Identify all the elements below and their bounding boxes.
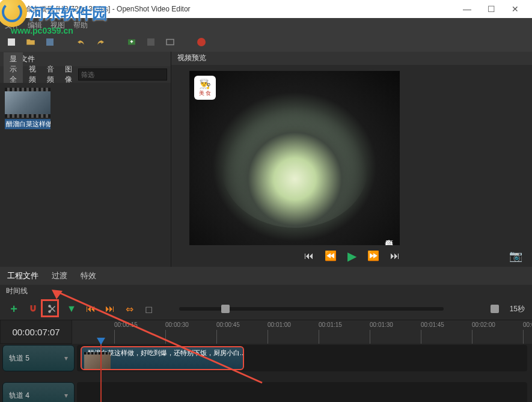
track-label-4[interactable]: 轨道 4 ▾ bbox=[2, 382, 75, 402]
svg-rect-1 bbox=[46, 38, 54, 46]
track-row: 轨道 4 ▾ bbox=[0, 381, 532, 402]
center-playhead-button[interactable]: ⇔ bbox=[123, 302, 136, 315]
bottom-tabs: 工程文件 过渡 特效 bbox=[0, 267, 532, 285]
timeline-clip[interactable]: 醋溜白菜这样做，好吃到爆，还特别下饭，厨房小白... bbox=[81, 346, 244, 370]
svg-point-5 bbox=[48, 310, 51, 313]
snap-button[interactable] bbox=[26, 302, 40, 315]
ruler-tick: 00:00:45 bbox=[216, 321, 240, 328]
ruler-tick: 00:01:00 bbox=[268, 321, 291, 328]
open-project-icon[interactable] bbox=[24, 35, 37, 49]
jump-start-button[interactable]: ⏮ bbox=[304, 251, 314, 261]
import-files-icon[interactable] bbox=[125, 35, 138, 49]
ruler-tick: 00:01:45 bbox=[421, 321, 444, 328]
track-content-4[interactable] bbox=[77, 382, 527, 402]
tab-effects[interactable]: 特效 bbox=[79, 268, 97, 284]
menu-bar: 文件 编辑 视图 帮助 bbox=[0, 18, 532, 32]
undo-icon[interactable] bbox=[75, 35, 88, 49]
video-preview-header: 视频预览 bbox=[171, 52, 532, 65]
next-marker-button[interactable]: ⏭ bbox=[103, 302, 117, 315]
export-icon[interactable] bbox=[195, 35, 208, 49]
timeline-label: 时间线 bbox=[0, 285, 532, 298]
save-project-icon[interactable] bbox=[43, 35, 57, 49]
window-titlebar: 未命名项目 [HD 720p 30 fps] - OpenShot Video … bbox=[0, 0, 532, 18]
jump-end-button[interactable]: ⏭ bbox=[390, 251, 400, 261]
tab-transitions[interactable]: 过渡 bbox=[50, 268, 69, 284]
ruler-tick: 00:00:30 bbox=[165, 321, 189, 328]
profile-icon[interactable] bbox=[144, 35, 157, 49]
menu-help[interactable]: 帮助 bbox=[73, 20, 88, 31]
track-row: 轨道 5 ▾ 醋溜白菜这样做，好吃到爆，还特别下饭，厨房小白... bbox=[0, 344, 532, 373]
ruler-tick: 00:02:00 bbox=[472, 321, 495, 328]
rewind-button[interactable]: ⏪ bbox=[325, 250, 337, 261]
track-menu-icon[interactable]: ▾ bbox=[64, 354, 68, 362]
svg-rect-0 bbox=[8, 38, 15, 46]
window-title: 未命名项目 [HD 720p 30 fps] - OpenShot Video … bbox=[18, 4, 191, 14]
forward-button[interactable]: ⏩ bbox=[367, 250, 379, 261]
add-track-button[interactable]: + bbox=[7, 302, 20, 315]
menu-file[interactable]: 文件 bbox=[5, 20, 19, 31]
fullscreen-icon[interactable] bbox=[164, 35, 177, 49]
playhead[interactable] bbox=[100, 344, 102, 402]
filter-row: 显示全部 视频 音频 图像 bbox=[0, 66, 171, 83]
video-preview[interactable]: 美 食 小厨美食 bbox=[189, 71, 400, 245]
svg-rect-3 bbox=[147, 38, 154, 46]
zoom-end-handle[interactable] bbox=[491, 305, 499, 313]
snapshot-icon[interactable]: 📷 bbox=[509, 249, 522, 263]
svg-point-6 bbox=[48, 305, 51, 308]
track-menu-icon[interactable]: ▾ bbox=[64, 391, 68, 400]
thumbnail-label: 醋溜白菜这样做... bbox=[5, 119, 50, 129]
video-badge: 美 食 bbox=[194, 76, 216, 100]
tab-project-files[interactable]: 工程文件 bbox=[6, 268, 40, 284]
filter-input[interactable] bbox=[78, 69, 167, 81]
app-icon bbox=[5, 4, 14, 14]
zoom-slider[interactable] bbox=[179, 307, 444, 311]
menu-edit[interactable]: 编辑 bbox=[28, 20, 42, 31]
ruler-tick: 00:00:15 bbox=[114, 321, 138, 328]
add-marker-button[interactable]: ▼ bbox=[65, 302, 78, 315]
ruler-tick: 00:02:15 bbox=[523, 321, 532, 328]
main-toolbar bbox=[0, 32, 532, 52]
play-button[interactable]: ▶ bbox=[347, 249, 356, 263]
clip-title: 醋溜白菜这样做，好吃到爆，还特别下饭，厨房小白... bbox=[88, 349, 240, 358]
maximize-button[interactable]: ☐ bbox=[479, 0, 503, 18]
tracks-area: 轨道 5 ▾ 醋溜白菜这样做，好吃到爆，还特别下饭，厨房小白... 轨道 4 ▾ bbox=[0, 344, 532, 402]
ruler-tick: 00:01:15 bbox=[319, 321, 342, 328]
zoom-label: 15秒 bbox=[510, 304, 525, 314]
timeline-ruler[interactable]: 00:00:15 00:00:30 00:00:45 00:01:00 00:0… bbox=[72, 320, 532, 344]
menu-view[interactable]: 视图 bbox=[50, 20, 65, 31]
file-thumbnail[interactable]: 醋溜白菜这样做... bbox=[5, 88, 50, 129]
prev-marker-button[interactable]: ⏮ bbox=[84, 302, 97, 315]
minimize-button[interactable]: — bbox=[455, 0, 479, 18]
track-label-5[interactable]: 轨道 5 ▾ bbox=[2, 345, 75, 371]
current-timecode[interactable]: 00:00:07:07 bbox=[0, 320, 72, 344]
redo-icon[interactable] bbox=[94, 35, 107, 49]
ruler-tick: 00:01:30 bbox=[370, 321, 393, 328]
zoom-tool-icon[interactable]: ◻ bbox=[142, 302, 155, 315]
thumbnail-image bbox=[5, 88, 50, 118]
project-files-area[interactable]: 醋溜白菜这样做... bbox=[0, 83, 171, 267]
track-content-5[interactable]: 醋溜白菜这样做，好吃到爆，还特别下饭，厨房小白... bbox=[77, 345, 527, 371]
playback-controls: ⏮ ⏪ ▶ ⏩ ⏭ 📷 bbox=[171, 245, 532, 267]
timeline-toolbar: + ▼ ⏮ ⏭ ⇔ ◻ 15秒 bbox=[0, 298, 532, 320]
new-project-icon[interactable] bbox=[5, 35, 18, 49]
svg-rect-4 bbox=[167, 40, 174, 45]
close-button[interactable]: ✕ bbox=[503, 0, 527, 18]
video-content bbox=[189, 71, 400, 245]
clip-thumbnail bbox=[84, 352, 111, 370]
razor-button[interactable] bbox=[46, 302, 59, 315]
zoom-slider-thumb[interactable] bbox=[221, 305, 230, 313]
